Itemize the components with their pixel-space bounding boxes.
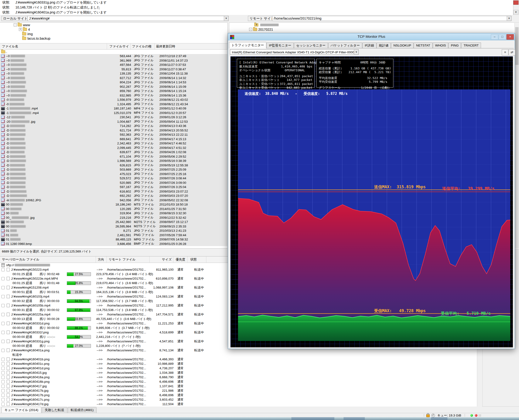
file-row[interactable]: -D 2,099,445 JPG ファイル 2009/04/17 4:51:32 [0,146,227,150]
file-row[interactable]: 00 18,186,240 MTS ファイル 2011/01/03 18:50:… [0,202,227,207]
minimize-button[interactable]: – [491,34,498,40]
checkbox[interactable] [1,389,5,392]
close-button[interactable]: × [506,34,514,40]
file-row[interactable]: 00 120,285 JPG ファイル 2014/01/25 7:31:50 [0,207,227,211]
queue-entry[interactable]: J:¥www¥img¥160401b.png -->> /home/lacus/… [0,357,477,361]
checkbox[interactable] [1,331,5,334]
monitor-tab[interactable]: 統計値 [377,43,391,48]
checkbox[interactable] [1,349,5,352]
file-row[interactable]: 00_.jpg 219,216 JPG ファイル 2009/12/22 5:32… [0,215,227,220]
file-row[interactable]: -D 714,282 JPG ファイル 2009/04/13 0:43:36 [0,124,227,128]
monitor-tab[interactable]: IF詳細 [362,43,376,48]
monitor-tab[interactable]: トラフィックモニター [229,42,266,48]
tree-expander[interactable]: + [19,28,22,31]
tree-item[interactable]: img [0,32,227,36]
checkbox[interactable] [1,371,5,375]
checkbox[interactable] [1,268,5,271]
monitor-tab[interactable]: TRACERT [461,43,481,48]
file-row[interactable]: -D 669,641 JPG ファイル 2009/04/17 4:15:13 [0,137,227,141]
file-row[interactable]: -D 639,677 JPG ファイル 2009/04/26 1:02:08 [0,150,227,155]
speed-gauge-icon[interactable] [431,414,435,417]
file-row[interactable]: -D 597,167 JPG ファイル 2009/07/26 3:25:04 [0,185,227,189]
checkbox[interactable] [1,385,5,388]
checkbox[interactable] [1,286,5,289]
taskbar-edge[interactable] [0,417,519,420]
checkbox[interactable] [1,394,5,397]
file-row[interactable]: -12 230,541 JPG ファイル 2009/01/26 3:12:26 [0,115,227,120]
monitor-tab[interactable]: PING [448,43,461,48]
file-row[interactable]: -1.mp4 125,010,379 MP4 ファイル 2009/01/12 0… [0,111,227,115]
queue-entry[interactable]: J:¥www¥img¥160401a.png -->> /home/lacus/… [0,348,477,357]
checkbox[interactable] [1,313,5,316]
file-row[interactable]: -D 626,815 JPG ファイル 2009/05/19 12:55:38 [0,163,227,167]
file-row[interactable]: 01 8,271 JPG ファイル 2010/03/13 2:41:23 [0,229,227,233]
queue-entry[interactable]: J:¥www¥img¥160417c.png -->> /home/lacus/… [0,397,477,402]
file-row[interactable]: -1.mp4 180,197,140 MP4 ファイル 2009/01/12 0… [0,106,227,111]
file-row[interactable]: 00 26,595,984 M2TS ファイル 2008/09/15 2:35:… [0,224,227,229]
file-row[interactable]: -D 671,104 JPG ファイル 2009/05/06 2:29:52 [0,154,227,159]
file-row[interactable]: -D 592,363 JPG ファイル 2009/04/13 22:22:11 [0,133,227,137]
column-size[interactable]: ファイルサイズ [107,43,130,49]
file-row[interactable]: -D 503,669 JPG ファイル 2009/07/25 2:25:09 [0,167,227,172]
file-list-header[interactable]: ファイル名 ファイルサイズ ファイルの種類 最終更新日時 [0,43,227,50]
queue-entry[interactable]: J:¥www¥img¥160416b.png -->> /home/lacus/… [0,379,477,384]
file-row[interactable]: -iii10062.JPG 942,056 JPG ファイル 2008/05/0… [0,198,227,202]
tree-expander[interactable]: - [14,23,17,26]
queue-entry[interactable]: J:¥www¥img¥160415.jpg -->> /home/lacus/w… [0,370,477,375]
column-remote[interactable]: リモート ファイル [107,256,150,262]
maximize-button[interactable]: □ [499,34,506,40]
checkbox[interactable] [1,322,5,325]
remote-scrollbar[interactable] [514,23,519,248]
column-date[interactable]: 最終更新日時 [155,43,227,49]
log-scrollbar[interactable]: ▼ [513,0,519,15]
checkbox[interactable] [1,358,5,361]
file-row[interactable]: -D 692,292 JPG ファイル 2009/03/03 23:07:20 [0,194,227,198]
file-row[interactable]: --0 497,564 JPG ファイル 2008/11/27 0:37:53 [0,63,227,67]
file-row[interactable]: -D 616,602 JPG ファイル 2009/03/03 23:07:22 [0,189,227,194]
monitor-tab[interactable]: セッションモニター [294,43,328,48]
queue-entry[interactable]: J:¥www¥img¥160417.jpg -->> /home/lacus/w… [0,384,477,388]
swap-button[interactable]: ⇄ [509,49,515,55]
checkbox[interactable] [1,295,5,298]
column-file[interactable]: サーバ/ローカル ファイル [0,256,96,262]
queue-entry[interactable]: J:¥www¥img¥160401c.png -->> /home/lacus/… [0,361,477,366]
column-priority[interactable]: 優先度 [173,256,187,262]
column-size[interactable]: サイズ [150,256,173,262]
column-direction[interactable]: 方向 [96,256,107,262]
file-row[interactable]: --0 55,813 JPG ファイル 2008/11/27 0:38:47 [0,67,227,72]
checkbox[interactable] [1,304,5,307]
file-row[interactable]: --0 563,444 JPG ファイル 2007/12/18 2:37:49 [0,54,227,59]
checkbox[interactable] [1,403,5,406]
monitor-tab[interactable]: NETSTAT [414,43,433,48]
title-bar[interactable]: TCP Monitor Plus – □ × [228,33,515,40]
column-name[interactable]: ファイル名 [0,43,107,49]
resize-grip[interactable] [478,414,481,417]
local-site-combo[interactable]: J:¥www¥img¥ ▼ [27,16,229,21]
file-row[interactable]: 01 2,461,591 PNG ファイル 2007/05/26 7:59:44 [0,233,227,237]
tree-item[interactable]: + 4 [0,27,227,32]
file-row[interactable]: 00 25,442,980 M2TS ファイル 2008/09/07 15:12… [0,220,227,224]
file-row[interactable]: 01 1280 0960.bmp 3,686,456 BMP ファイル 2009… [0,242,227,246]
checkbox[interactable] [1,367,5,370]
checkbox[interactable] [1,380,5,383]
queue-tab[interactable]: 転送成功 (4681) [68,407,97,413]
tree-item[interactable]: ? [229,23,519,27]
monitor-tab[interactable]: WHOIS [433,43,448,48]
column-status[interactable]: 状態 [187,256,206,262]
file-row[interactable]: --0 902,287 JPG ファイル 2009/06/14 1:15:09 [0,84,227,89]
file-row[interactable]: -D 2,342,463 JPG ファイル 2009/04/17 4:46:52 [0,141,227,146]
file-row[interactable]: 00 319,904 JPG ファイル 2008/08/15 3:32:30 [0,211,227,216]
checkbox[interactable] [1,340,5,343]
scroll-down-icon[interactable]: ▼ [513,10,519,15]
queue-entry[interactable]: J:¥www¥img¥160417b.png -->> /home/lacus/… [0,393,477,397]
adapter-select[interactable]: Intel(R) Ethernet Converged Network Adap… [230,49,359,55]
parent-dir-row[interactable]: .. [0,50,227,54]
file-row[interactable]: --0 804,224 JPG ファイル 2009/06/14 1:14:53 [0,80,227,85]
file-row[interactable]: 01 88,465,115 MPG ファイル 2008/07/05 14:58:… [0,237,227,242]
file-row[interactable]: -0 1,556,979 JPG ファイル 2008/06/12 21:43:0… [0,98,227,102]
queue-entry[interactable]: J:¥www¥img¥160416a.png -->> /home/lacus/… [0,375,477,379]
column-type[interactable]: ファイルの種類 [130,43,155,49]
tree-item[interactable]: lacus.to.backup [0,36,227,41]
green-status-icon[interactable] [470,414,473,417]
file-row[interactable]: -0 1,324,495 JPG ファイル 2008/06/12 21:43:3… [0,102,227,106]
